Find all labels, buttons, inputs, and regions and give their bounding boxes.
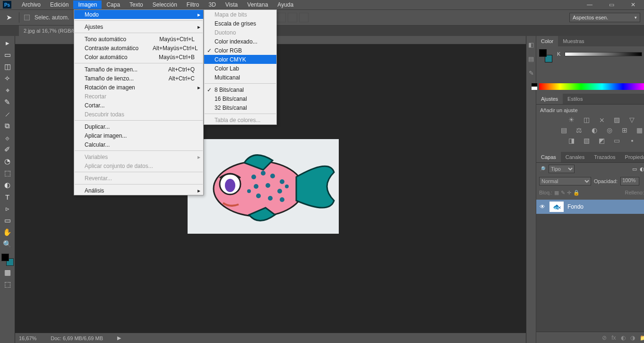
minimize-button[interactable]: — <box>579 0 601 9</box>
menu-ventana[interactable]: Ventana <box>242 0 273 9</box>
blend-select[interactable]: Normal <box>539 177 591 185</box>
hue-icon[interactable]: ▤ <box>560 126 568 134</box>
menu-capa[interactable]: Capa <box>102 0 125 9</box>
menu-item[interactable]: Escala de grises <box>204 19 276 28</box>
menu-item[interactable]: Ajustes▸ <box>74 22 203 31</box>
menu-item[interactable]: Color Lab <box>204 64 276 73</box>
exposure-icon[interactable]: ▨ <box>613 116 621 123</box>
tool[interactable]: ▭ <box>2 50 13 60</box>
menu-item[interactable]: 16 Bits/canal <box>204 94 276 103</box>
lock-pixels-icon[interactable]: ✎ <box>561 190 565 196</box>
actions-icon[interactable]: ▤ <box>526 54 536 63</box>
menu-3d[interactable]: 3D <box>204 0 220 9</box>
menu-archivo[interactable]: Archivo <box>17 0 45 9</box>
brightness-icon[interactable]: ☀ <box>567 116 576 123</box>
tool[interactable]: ◔ <box>2 156 13 167</box>
vibrance-icon[interactable]: ▽ <box>628 116 636 123</box>
screenmode-icon[interactable]: ⬚ <box>2 279 13 290</box>
photo-filter-icon[interactable]: ◎ <box>605 126 614 134</box>
menu-item[interactable]: Tono automáticoMayús+Ctrl+L <box>74 35 203 44</box>
k-track[interactable] <box>565 52 642 56</box>
menu-item[interactable]: Color indexado... <box>204 37 276 46</box>
menu-item[interactable]: ✓Color RGB <box>204 46 276 55</box>
selective-icon[interactable]: ▪ <box>628 137 636 144</box>
menu-imagen[interactable]: Imagen <box>73 0 102 9</box>
tool[interactable]: ⌖ <box>2 85 13 96</box>
tool[interactable]: ▹ <box>2 203 13 214</box>
tab-properties[interactable]: Propiedades <box>620 152 644 162</box>
menu-item[interactable]: Tamaño de lienzo...Alt+Ctrl+C <box>74 74 203 83</box>
menu-item[interactable]: Modo▸ <box>74 10 203 19</box>
menu-item[interactable]: Color CMYK <box>204 55 276 64</box>
menu-edición[interactable]: Edición <box>45 0 73 9</box>
3d-icon[interactable] <box>288 13 297 22</box>
menu-selección[interactable]: Selección <box>148 0 182 9</box>
filter-select[interactable]: Tipo <box>549 165 575 173</box>
visibility-icon[interactable]: 👁 <box>539 203 546 210</box>
k-slider[interactable]: K 99 % <box>557 51 644 57</box>
tool[interactable]: ⟐ <box>2 132 13 143</box>
lock-trans-icon[interactable]: ▦ <box>554 190 559 196</box>
mixer-icon[interactable]: ⊞ <box>620 126 629 134</box>
menu-item[interactable]: Cortar... <box>74 101 203 110</box>
tool[interactable]: ✋ <box>2 227 13 237</box>
close-button[interactable]: ✕ <box>622 0 644 9</box>
3d-icon[interactable] <box>299 13 309 22</box>
tab-paths[interactable]: Trazados <box>589 152 620 162</box>
menu-item[interactable]: Duplicar... <box>74 122 203 131</box>
tab-channels[interactable]: Canales <box>561 152 589 162</box>
tab-styles[interactable]: Estilos <box>563 94 587 104</box>
menu-item[interactable]: ✓8 Bits/canal <box>204 85 276 94</box>
link-icon[interactable]: ⊘ <box>602 334 607 341</box>
tool[interactable]: ▸ <box>2 38 13 48</box>
tool[interactable]: ✎ <box>2 97 13 107</box>
mask-icon[interactable]: ◐ <box>621 334 626 341</box>
tab-layers[interactable]: Capas <box>536 152 561 162</box>
maximize-button[interactable]: ▭ <box>601 0 622 9</box>
brush-icon[interactable]: ✎ <box>526 68 536 78</box>
color-spectrum[interactable] <box>539 83 644 90</box>
quickmask-icon[interactable]: ▦ <box>2 267 13 278</box>
tool[interactable]: ◫ <box>2 62 13 72</box>
adj-icon[interactable]: ◑ <box>630 334 635 341</box>
tab-swatches[interactable]: Muestras <box>558 36 589 46</box>
menu-vista[interactable]: Vista <box>221 0 242 9</box>
opacity-input[interactable]: 100% <box>620 177 639 185</box>
filter-adj-icon[interactable]: ◐ <box>640 166 644 172</box>
lut-icon[interactable]: ▦ <box>635 126 644 134</box>
invert-icon[interactable]: ◨ <box>567 137 576 144</box>
foreground-swatch[interactable] <box>1 254 9 261</box>
menu-item[interactable]: Color automáticoMayús+Ctrl+B <box>74 53 203 62</box>
gradient-map-icon[interactable]: ▭ <box>613 137 621 144</box>
fx-icon[interactable]: fx <box>611 334 616 341</box>
tool[interactable]: ⟋ <box>2 109 13 119</box>
menu-ayuda[interactable]: Ayuda <box>273 0 298 9</box>
filter-img-icon[interactable]: ▭ <box>632 166 637 172</box>
tool[interactable]: ✐ <box>2 144 13 155</box>
curves-icon[interactable]: ⨯ <box>598 116 606 123</box>
layer-name[interactable]: Fondo <box>567 203 584 210</box>
menu-item[interactable]: Aplicar imagen... <box>74 131 203 140</box>
tool[interactable]: 🔍 <box>2 239 13 249</box>
tab-adjustments[interactable]: Ajustes <box>536 94 563 104</box>
menu-item[interactable]: Análisis▸ <box>74 186 203 195</box>
history-icon[interactable]: ◧ <box>526 40 536 49</box>
tab-color[interactable]: Color <box>536 36 558 46</box>
tool[interactable]: ⬚ <box>2 168 13 178</box>
zoom-value[interactable]: 16,67% <box>19 335 36 341</box>
tool[interactable]: ◐ <box>2 180 13 190</box>
threshold-icon[interactable]: ◩ <box>598 137 606 144</box>
balance-icon[interactable]: ⚖ <box>575 126 584 134</box>
menu-item[interactable]: Rotación de imagen▸ <box>74 83 203 92</box>
menu-item[interactable]: Calcular... <box>74 140 203 149</box>
color-swatches[interactable] <box>1 254 14 266</box>
menu-item[interactable]: Contraste automáticoAlt+Mayús+Ctrl+L <box>74 44 203 53</box>
tool[interactable]: ⧉ <box>2 121 13 131</box>
color-swatches-mini[interactable] <box>539 49 552 62</box>
lock-pos-icon[interactable]: ✛ <box>567 190 571 196</box>
menu-texto[interactable]: Texto <box>125 0 148 9</box>
bw-icon[interactable]: ◐ <box>590 126 599 134</box>
layer-item[interactable]: 👁 🐟 Fondo 🔒 <box>536 200 644 214</box>
levels-icon[interactable]: ◫ <box>583 116 591 123</box>
3d-icon[interactable] <box>276 13 286 22</box>
